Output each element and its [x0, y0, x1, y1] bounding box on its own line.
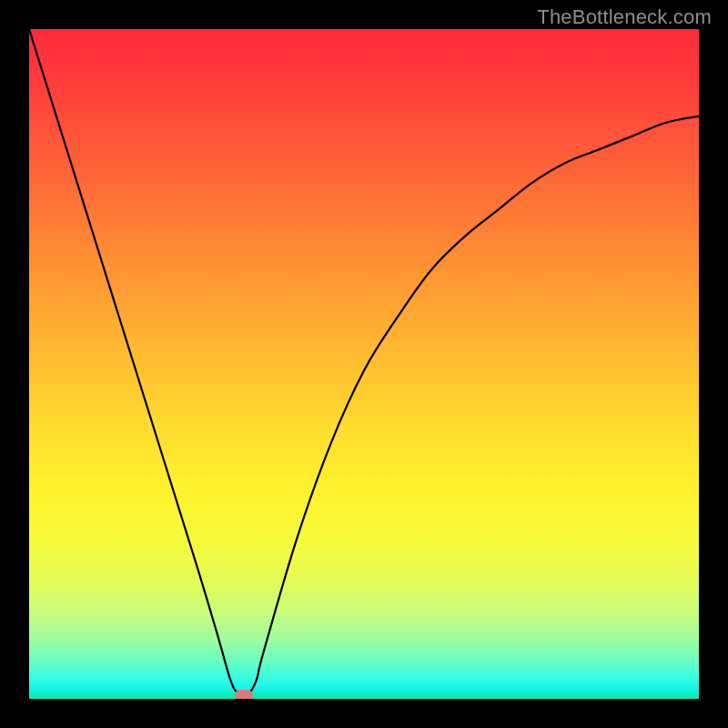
bottleneck-curve: [29, 29, 699, 699]
watermark-text: TheBottleneck.com: [537, 5, 712, 29]
chart-frame: TheBottleneck.com: [0, 0, 728, 728]
plot-area: [29, 29, 699, 699]
optimal-point-marker: [235, 690, 253, 699]
